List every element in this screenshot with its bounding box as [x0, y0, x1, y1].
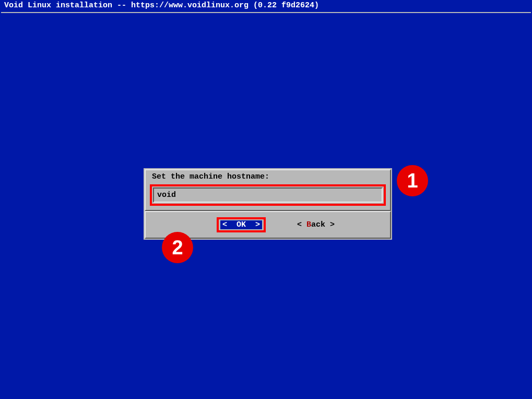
dialog-prompt: Set the machine hostname:: [150, 171, 386, 184]
annotation-badge-1: 1: [397, 165, 428, 196]
annotation-highlight-1: [150, 184, 386, 206]
back-button[interactable]: < Back >: [297, 220, 335, 229]
dialog-body: Set the machine hostname:: [145, 169, 391, 211]
back-label-rest: ack >: [311, 220, 335, 229]
ok-button[interactable]: < OK >: [220, 220, 262, 229]
back-hotkey: B: [306, 220, 311, 229]
hostname-input[interactable]: [153, 187, 383, 203]
annotation-badge-2: 2: [162, 232, 193, 263]
header-divider: [1, 12, 531, 13]
annotation-highlight-2: < OK >: [217, 217, 266, 232]
back-bracket-left: <: [297, 220, 306, 229]
hostname-dialog: Set the machine hostname: < OK > < Back …: [144, 168, 392, 240]
window-title: Void Linux installation -- https://www.v…: [0, 0, 532, 11]
